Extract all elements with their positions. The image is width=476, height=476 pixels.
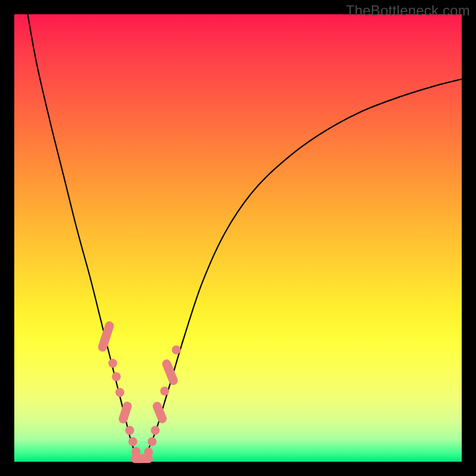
chart-svg [14,14,462,462]
data-marker-dot [115,388,124,397]
chart-plot-area [14,14,462,462]
data-marker-dot [151,426,159,435]
data-marker-dot [129,437,137,446]
watermark-text: TheBottleneck.com [346,2,470,19]
data-marker-pill [151,400,168,424]
data-marker-dot [126,426,134,435]
data-marker-dot [108,359,117,368]
data-marker-pill [118,400,133,424]
data-markers-group [97,320,181,463]
data-marker-pill [97,320,115,353]
data-marker-dot [160,387,169,396]
data-marker-dot [148,437,156,446]
data-marker-dot [172,346,181,355]
data-marker-dot [144,447,153,456]
curve-right-branch [140,79,462,462]
data-marker-dot [112,372,121,381]
